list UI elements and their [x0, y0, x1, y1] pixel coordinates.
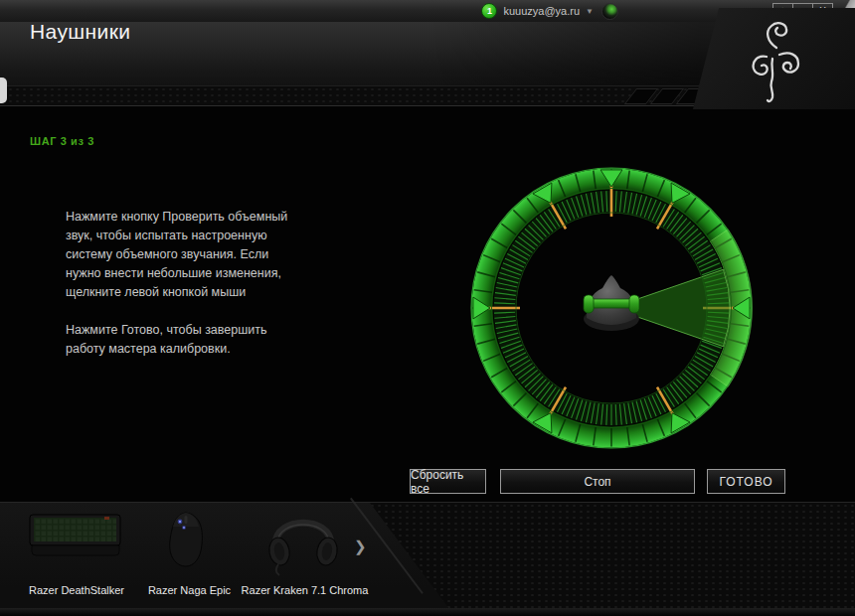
device-thumbnail-headset[interactable]	[264, 505, 342, 576]
carousel-next-button[interactable]: ❯	[354, 538, 367, 555]
razer-logo-icon	[693, 8, 855, 109]
device-thumbnail-mouse[interactable]	[163, 511, 209, 568]
bottom-strip-decoration	[0, 608, 855, 616]
listener-icon	[584, 275, 639, 331]
account-email: kuuuzya@ya.ru	[503, 5, 580, 17]
synapse-window: 1 kuuuzya@ya.ru ▼ ⚙ – X Наушники	[0, 0, 855, 616]
logo-panel	[693, 8, 855, 109]
edge-tab-decoration	[0, 77, 7, 103]
status-orb-icon	[601, 3, 618, 20]
device-label-naga-epic[interactable]: Razer Naga Epic	[137, 584, 242, 596]
notification-badge: 1	[481, 3, 497, 19]
account-menu[interactable]: 1 kuuuzya@ya.ru ▼	[481, 0, 618, 22]
done-button[interactable]: ГОТОВО	[707, 469, 785, 494]
step-indicator: ШАГ 3 из 3	[30, 135, 94, 147]
chevron-down-icon: ▼	[586, 7, 594, 16]
page-title: Наушники	[30, 20, 130, 44]
surround-calibration-dial[interactable]	[462, 159, 761, 457]
stop-button[interactable]: Стоп	[500, 469, 695, 494]
device-label-deathstalker[interactable]: Razer DeathStalker	[12, 584, 141, 596]
device-label-kraken[interactable]: Razer Kraken 7.1 Chroma	[239, 584, 371, 596]
device-thumbnail-keyboard[interactable]	[29, 513, 122, 556]
reset-all-button[interactable]: Сбросить все	[410, 469, 486, 494]
instruction-text-1: Нажмите кнопку Проверить объемный звук, …	[66, 208, 296, 302]
instruction-text-2: Нажмите Готово, чтобы завершить работу м…	[66, 321, 296, 359]
